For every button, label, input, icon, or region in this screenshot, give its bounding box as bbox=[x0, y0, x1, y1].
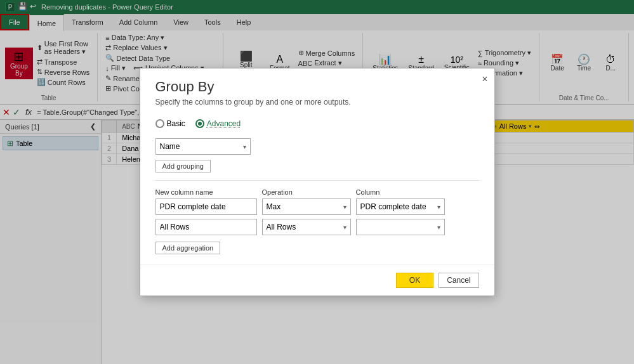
radio-basic-circle bbox=[155, 119, 164, 128]
modal-title: Group By bbox=[140, 68, 494, 98]
radio-group: Basic Advanced bbox=[155, 119, 479, 128]
add-grouping-button[interactable]: Add grouping bbox=[155, 160, 211, 172]
grouping-dropdown[interactable]: Name ▾ bbox=[155, 138, 251, 155]
modal-body: Basic Advanced Name ▾ Add grouping New c… bbox=[140, 114, 494, 264]
radio-advanced-label: Advanced bbox=[207, 119, 241, 128]
agg-2-column-dropdown[interactable]: ▾ bbox=[356, 219, 445, 235]
agg-1-operation-dropdown[interactable]: Max ▾ bbox=[262, 198, 351, 215]
agg-operation-header: Operation bbox=[262, 188, 351, 196]
agg-1-name-input[interactable] bbox=[155, 198, 257, 215]
agg-2-name-input[interactable] bbox=[155, 219, 257, 235]
cancel-button[interactable]: Cancel bbox=[439, 273, 479, 288]
aggregation-row-1: Max ▾ PDR complete date ▾ bbox=[155, 198, 479, 215]
radio-basic[interactable]: Basic bbox=[155, 119, 185, 128]
grouping-dropdown-arrow: ▾ bbox=[243, 143, 246, 150]
radio-advanced-circle bbox=[195, 119, 204, 128]
ok-button[interactable]: OK bbox=[396, 273, 433, 288]
agg-new-col-name-header: New column name bbox=[155, 188, 257, 196]
group-by-modal: × Group By Specify the columns to group … bbox=[140, 68, 495, 296]
aggregation-headers: New column name Operation Column bbox=[155, 188, 479, 196]
agg-column-header: Column bbox=[356, 188, 445, 196]
radio-advanced[interactable]: Advanced bbox=[195, 119, 241, 128]
modal-overlay: × Group By Specify the columns to group … bbox=[0, 0, 634, 364]
modal-subtitle: Specify the columns to group by and one … bbox=[140, 98, 494, 114]
agg-1-column-dropdown[interactable]: PDR complete date ▾ bbox=[356, 198, 445, 215]
agg-1-column-value: PDR complete date bbox=[360, 202, 426, 211]
agg-2-operation-arrow: ▾ bbox=[343, 224, 347, 231]
add-aggregation-button[interactable]: Add aggregation bbox=[155, 242, 221, 254]
agg-2-column-arrow: ▾ bbox=[437, 224, 440, 231]
modal-footer: OK Cancel bbox=[140, 264, 494, 296]
agg-2-operation-dropdown[interactable]: All Rows ▾ bbox=[262, 219, 351, 235]
agg-1-operation-value: Max bbox=[267, 202, 281, 211]
modal-divider bbox=[155, 180, 479, 181]
agg-1-column-arrow: ▾ bbox=[437, 204, 440, 211]
grouping-row: Name ▾ bbox=[155, 138, 479, 155]
agg-1-operation-arrow: ▾ bbox=[343, 204, 347, 211]
grouping-dropdown-value: Name bbox=[160, 142, 180, 151]
modal-close-button[interactable]: × bbox=[482, 74, 487, 85]
radio-basic-label: Basic bbox=[167, 119, 185, 128]
aggregation-row-2: All Rows ▾ ▾ bbox=[155, 219, 479, 235]
agg-2-operation-value: All Rows bbox=[267, 223, 296, 231]
